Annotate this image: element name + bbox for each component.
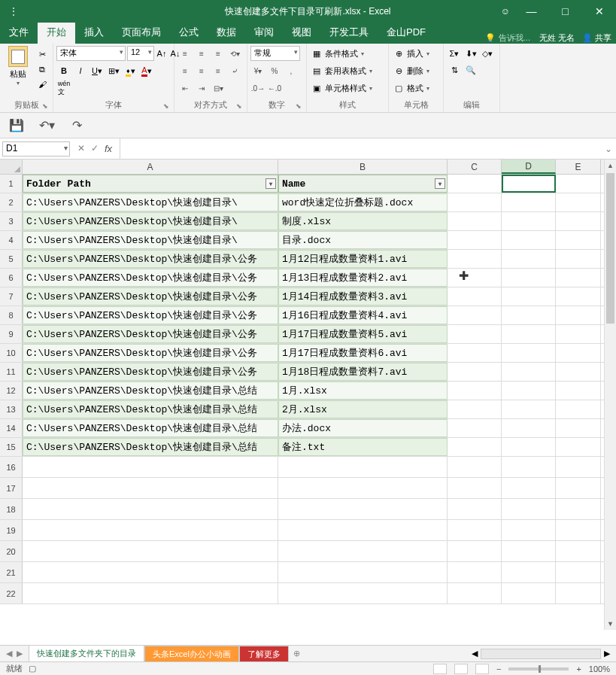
cell-C3[interactable] — [448, 212, 502, 230]
cell-D22[interactable] — [502, 583, 556, 604]
row-header[interactable]: 20 — [0, 541, 23, 561]
cell-C15[interactable] — [448, 438, 502, 456]
italic-button[interactable]: I — [73, 63, 88, 78]
row-header[interactable]: 22 — [0, 583, 23, 604]
cell-C1[interactable] — [448, 175, 502, 193]
cell-A2[interactable]: C:\Users\PANZERS\Desktop\快速创建目录\ — [23, 193, 278, 211]
cell-B22[interactable] — [278, 583, 448, 604]
cell-C20[interactable] — [448, 541, 502, 561]
cell-A16[interactable] — [23, 457, 278, 477]
cell-styles-button[interactable]: ▣单元格样式▾ — [310, 81, 374, 96]
hscroll-right-button[interactable]: ▶ — [604, 649, 610, 658]
scroll-up-icon[interactable]: ▲ — [605, 160, 616, 172]
cell-D11[interactable] — [502, 363, 556, 381]
wrap-text-button[interactable]: ⤶ — [227, 63, 242, 78]
format-table-button[interactable]: ▤套用表格式▾ — [310, 63, 374, 78]
tab-nav-prev-button[interactable]: ◀ — [6, 649, 12, 658]
cell-C2[interactable] — [448, 193, 502, 211]
cell-B17[interactable] — [278, 478, 448, 498]
cell-B18[interactable] — [278, 499, 448, 519]
align-top-button[interactable]: ≡ — [178, 46, 193, 61]
cell-B10[interactable]: 1月17日程成数量资料6.avi — [278, 344, 448, 362]
cell-B16[interactable] — [278, 457, 448, 477]
cell-D2[interactable] — [502, 193, 556, 211]
col-header-b[interactable]: B — [278, 160, 448, 174]
sort-filter-button[interactable]: ⇅ — [447, 62, 462, 78]
row-header[interactable]: 3 — [0, 212, 23, 230]
row-header[interactable]: 7 — [0, 287, 23, 306]
cell-A11[interactable]: C:\Users\PANZERS\Desktop\快速创建目录\公务 — [23, 363, 278, 381]
cell-C7[interactable] — [448, 287, 502, 306]
cell-B4[interactable]: 目录.docx — [278, 231, 448, 249]
cell-C14[interactable] — [448, 419, 502, 437]
cell-A9[interactable]: C:\Users\PANZERS\Desktop\快速创建目录\公务 — [23, 325, 278, 343]
comma-button[interactable]: , — [284, 63, 299, 78]
cell-A6[interactable]: C:\Users\PANZERS\Desktop\快速创建目录\公务 — [23, 269, 278, 287]
cell-D18[interactable] — [502, 499, 556, 519]
cell-E10[interactable] — [556, 344, 601, 362]
col-header-e[interactable]: E — [556, 160, 601, 174]
cell-D12[interactable] — [502, 382, 556, 400]
zoom-slider[interactable] — [508, 667, 569, 670]
cell-C17[interactable] — [448, 478, 502, 498]
horizontal-scrollbar[interactable] — [481, 649, 601, 659]
cell-E9[interactable] — [556, 325, 601, 343]
cell-B19[interactable] — [278, 520, 448, 540]
cell-B2[interactable]: word快速定位折叠标题.docx — [278, 193, 448, 211]
page-break-view-button[interactable] — [475, 664, 489, 674]
cell-A1[interactable]: Folder Path▾ — [23, 175, 278, 193]
cut-button[interactable]: ✂ — [35, 47, 50, 61]
cell-B21[interactable] — [278, 562, 448, 582]
cell-D8[interactable] — [502, 306, 556, 324]
zoom-level[interactable]: 100% — [589, 664, 610, 673]
tab-review[interactable]: 审阅 — [245, 21, 283, 44]
row-header[interactable]: 16 — [0, 457, 23, 477]
col-header-a[interactable]: A — [23, 160, 278, 174]
hscroll-left-button[interactable]: ◀ — [472, 649, 478, 658]
cell-E2[interactable] — [556, 193, 601, 211]
minimize-button[interactable]: — — [514, 0, 548, 23]
cell-A17[interactable] — [23, 478, 278, 498]
percent-button[interactable]: % — [267, 63, 282, 78]
cell-B14[interactable]: 办法.docx — [278, 419, 448, 437]
cell-C18[interactable] — [448, 499, 502, 519]
cell-C10[interactable] — [448, 344, 502, 362]
new-sheet-button[interactable]: ⊕ — [289, 646, 305, 661]
name-box[interactable]: D1 — [2, 141, 70, 157]
insert-cells-button[interactable]: ⊕插入▾ — [392, 46, 431, 61]
sheet-tab-1[interactable]: 快速创建多文件夹下的目录 — [29, 645, 144, 663]
cell-B8[interactable]: 1月16日程成数量资料4.avi — [278, 306, 448, 324]
row-header[interactable]: 11 — [0, 363, 23, 381]
font-color-button[interactable]: A▾ — [139, 63, 154, 78]
cell-B9[interactable]: 1月17日程成数量资料5.avi — [278, 325, 448, 343]
cell-D4[interactable] — [502, 231, 556, 249]
fill-button[interactable]: ⬇▾ — [463, 46, 478, 61]
macro-record-icon[interactable]: ▢ — [29, 664, 36, 673]
align-center-button[interactable]: ≡ — [194, 63, 209, 78]
row-header[interactable]: 10 — [0, 344, 23, 362]
row-header[interactable]: 12 — [0, 382, 23, 400]
format-cells-button[interactable]: ▢格式▾ — [392, 81, 431, 96]
cell-A3[interactable]: C:\Users\PANZERS\Desktop\快速创建目录\ — [23, 212, 278, 230]
cell-A18[interactable] — [23, 499, 278, 519]
phonetic-button[interactable]: wén文 — [56, 81, 71, 96]
font-name-select[interactable]: 宋体 — [56, 46, 126, 61]
paste-button[interactable]: 粘贴 ▾ — [3, 46, 33, 87]
cell-D1[interactable] — [502, 175, 556, 193]
cell-E7[interactable] — [556, 287, 601, 306]
fx-button[interactable]: fx — [105, 143, 112, 154]
cell-B7[interactable]: 1月14日程成数量资料3.avi — [278, 287, 448, 306]
row-header[interactable]: 13 — [0, 400, 23, 418]
tab-data[interactable]: 数据 — [208, 21, 245, 44]
row-header[interactable]: 17 — [0, 478, 23, 498]
cell-A20[interactable] — [23, 541, 278, 561]
cell-E16[interactable] — [556, 457, 601, 477]
tab-insert[interactable]: 插入 — [75, 21, 113, 44]
zoom-out-button[interactable]: − — [496, 664, 501, 673]
find-button[interactable]: 🔍 — [463, 62, 478, 78]
row-header[interactable]: 2 — [0, 193, 23, 211]
cell-B6[interactable]: 1月13日程成数量资料2.avi — [278, 269, 448, 287]
row-header[interactable]: 9 — [0, 325, 23, 343]
cell-E17[interactable] — [556, 478, 601, 498]
cell-C22[interactable] — [448, 583, 502, 604]
